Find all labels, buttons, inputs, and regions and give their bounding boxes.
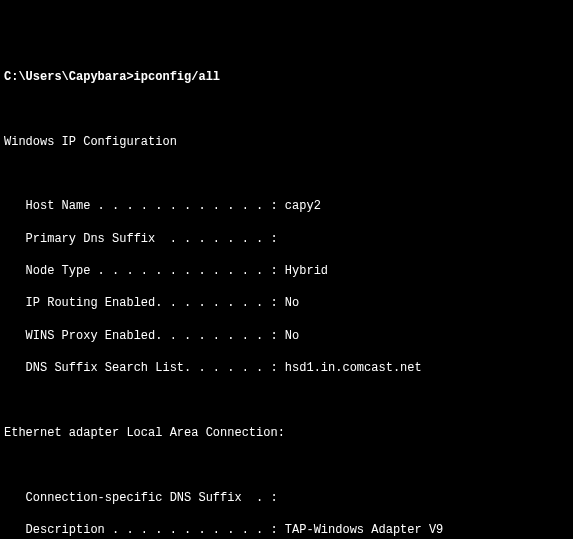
node-type: Node Type . . . . . . . . . . . . : Hybr… bbox=[4, 263, 569, 279]
section-header: Windows IP Configuration bbox=[4, 134, 569, 150]
ip-routing: IP Routing Enabled. . . . . . . . : No bbox=[4, 295, 569, 311]
blank-line bbox=[4, 101, 569, 117]
host-name: Host Name . . . . . . . . . . . . : capy… bbox=[4, 198, 569, 214]
blank-line bbox=[4, 457, 569, 473]
blank-line bbox=[4, 166, 569, 182]
adapter1-title: Ethernet adapter Local Area Connection: bbox=[4, 425, 569, 441]
adapter1-conn-suffix: Connection-specific DNS Suffix . : bbox=[4, 490, 569, 506]
dns-suffix-search: DNS Suffix Search List. . . . . . : hsd1… bbox=[4, 360, 569, 376]
primary-dns-suffix: Primary Dns Suffix . . . . . . . : bbox=[4, 231, 569, 247]
adapter1-description: Description . . . . . . . . . . . : TAP-… bbox=[4, 522, 569, 538]
blank-line bbox=[4, 393, 569, 409]
wins-proxy: WINS Proxy Enabled. . . . . . . . : No bbox=[4, 328, 569, 344]
command-prompt[interactable]: C:\Users\Capybara>ipconfig/all bbox=[4, 69, 569, 85]
